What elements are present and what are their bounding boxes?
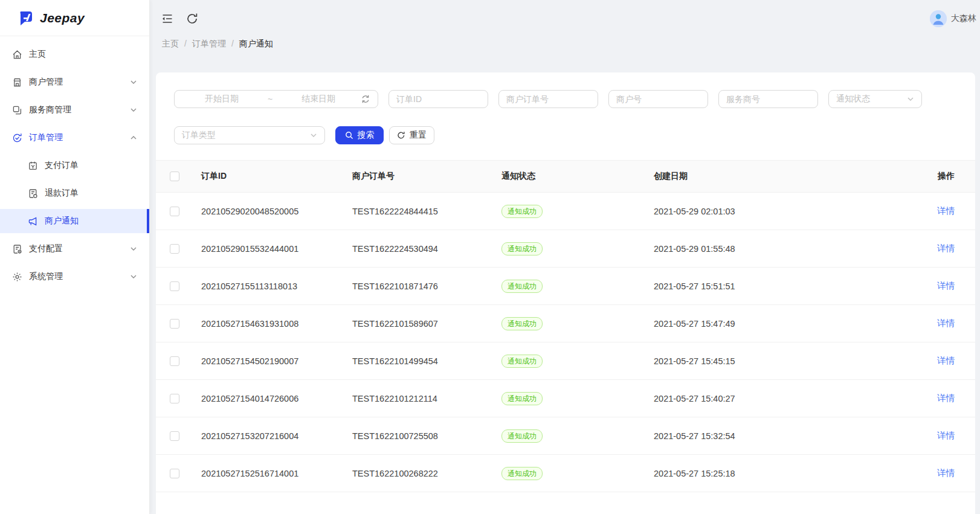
breadcrumb-item-home[interactable]: 主页 <box>162 39 179 50</box>
table-row: 20210527154631931008 TEST1622101589607 通… <box>156 305 975 342</box>
mch-order-no-field[interactable] <box>498 90 598 108</box>
header-ops: 操作 <box>903 161 975 193</box>
order-id-input[interactable] <box>389 91 488 108</box>
header-created: 创建日期 <box>646 161 903 193</box>
table-row: 20210527154502190007 TEST1622101499454 通… <box>156 342 975 380</box>
cell-mch-order-no: TEST1622101589607 <box>344 305 494 342</box>
setting-icon <box>12 272 22 282</box>
sidebar-item-pay-config[interactable]: 支付配置 <box>0 237 149 261</box>
detail-link[interactable]: 详情 <box>937 393 955 403</box>
cell-mch-order-no: TEST1622101871476 <box>344 268 494 305</box>
row-checkbox[interactable] <box>170 244 179 254</box>
cell-mch-order-no: TEST1622101212114 <box>344 380 494 417</box>
table-row: 20210529015532444001 TEST1622224530494 通… <box>156 230 975 268</box>
cluster-icon <box>12 105 22 115</box>
content-card: 开始日期 ~ 结束日期 通知状态 <box>156 72 975 514</box>
date-end-input[interactable]: 结束日期 <box>279 94 358 104</box>
sidebar-item-isv-mgmt[interactable]: 服务商管理 <box>0 98 149 122</box>
row-checkbox[interactable] <box>170 431 179 441</box>
header-order-id: 订单ID <box>193 161 344 193</box>
detail-link[interactable]: 详情 <box>937 318 955 328</box>
topbar: 大森林 <box>150 0 980 30</box>
date-start-input[interactable]: 开始日期 <box>182 94 262 104</box>
row-checkbox[interactable] <box>170 319 179 329</box>
sidebar-item-merchant-mgmt[interactable]: 商户管理 <box>0 70 149 94</box>
sidebar-item-home[interactable]: 主页 <box>0 42 149 66</box>
cell-created: 2021-05-27 15:45:15 <box>646 342 903 380</box>
menu-fold-icon[interactable] <box>161 12 174 25</box>
main-area: 大森林 主页 / 订单管理 / 商户通知 开始日期 ~ 结束日期 <box>150 0 980 514</box>
sidebar-item-label: 支付配置 <box>29 243 130 254</box>
detail-link[interactable]: 详情 <box>937 431 955 440</box>
cell-created: 2021-05-27 15:47:49 <box>646 305 903 342</box>
pay-config-icon <box>12 244 22 254</box>
header-state: 通知状态 <box>494 161 646 193</box>
row-checkbox[interactable] <box>170 469 179 478</box>
detail-link[interactable]: 详情 <box>937 206 955 216</box>
home-icon <box>12 50 22 60</box>
status-badge: 通知成功 <box>501 317 543 330</box>
transaction-icon <box>12 133 22 143</box>
cell-order-id: 20210529015532444001 <box>193 230 344 268</box>
sidebar-item-merchant-notify[interactable]: 商户通知 <box>0 209 149 233</box>
sidebar-item-label: 商户通知 <box>45 216 137 226</box>
detail-link[interactable]: 详情 <box>937 243 955 253</box>
date-range-picker[interactable]: 开始日期 ~ 结束日期 <box>174 90 378 108</box>
sidebar-item-label: 商户管理 <box>29 77 130 88</box>
sidebar-item-label: 退款订单 <box>45 188 137 199</box>
swap-icon <box>361 94 370 104</box>
row-checkbox[interactable] <box>170 207 179 216</box>
jeepay-logo-icon <box>18 10 34 26</box>
row-checkbox[interactable] <box>170 281 179 291</box>
mch-order-no-input[interactable] <box>499 91 598 108</box>
row-checkbox[interactable] <box>170 356 179 366</box>
table-body: 20210529020048520005 TEST1622224844415 通… <box>156 193 975 492</box>
cell-mch-order-no: TEST1622224530494 <box>344 230 494 268</box>
breadcrumb-separator: / <box>184 39 187 50</box>
sidebar-menu: 主页 商户管理 服务商管理 订单管理 支付订单 退款订单 商户通知 <box>0 36 149 289</box>
table-header: 订单ID 商户订单号 通知状态 创建日期 操作 <box>156 161 975 193</box>
sidebar-item-label: 订单管理 <box>29 132 130 143</box>
isv-no-field[interactable] <box>718 90 818 108</box>
cell-order-id: 20210529020048520005 <box>193 193 344 230</box>
mch-no-field[interactable] <box>608 90 708 108</box>
notify-state-select[interactable]: 通知状态 <box>828 90 922 108</box>
cell-created: 2021-05-27 15:25:18 <box>646 455 903 492</box>
reload-icon <box>397 131 405 140</box>
cell-order-id: 20210527153207216004 <box>193 417 344 455</box>
order-id-field[interactable] <box>388 90 488 108</box>
cell-created: 2021-05-27 15:51:51 <box>646 268 903 305</box>
row-checkbox[interactable] <box>170 394 179 403</box>
notify-state-value: 通知状态 <box>836 94 870 104</box>
refresh-icon[interactable] <box>185 12 199 25</box>
select-all-checkbox[interactable] <box>170 172 179 181</box>
detail-link[interactable]: 详情 <box>937 356 955 365</box>
user-menu[interactable]: 大森林 <box>930 10 978 27</box>
chevron-down-icon <box>130 245 137 252</box>
detail-link[interactable]: 详情 <box>937 468 955 478</box>
status-badge: 通知成功 <box>501 242 543 255</box>
search-button[interactable]: 搜索 <box>335 126 384 144</box>
status-badge: 通知成功 <box>501 205 543 218</box>
sidebar-item-system-mgmt[interactable]: 系统管理 <box>0 265 149 289</box>
breadcrumb-item-current: 商户通知 <box>239 39 273 50</box>
reset-button[interactable]: 重置 <box>389 126 434 144</box>
status-badge: 通知成功 <box>501 429 543 443</box>
table-row: 20210529020048520005 TEST1622224844415 通… <box>156 193 975 230</box>
sidebar-item-pay-order[interactable]: 支付订单 <box>0 153 149 178</box>
sidebar-item-refund-order[interactable]: 退款订单 <box>0 181 149 205</box>
isv-no-input[interactable] <box>719 91 817 108</box>
detail-link[interactable]: 详情 <box>937 281 955 291</box>
sidebar-item-order-mgmt[interactable]: 订单管理 <box>0 126 149 150</box>
status-badge: 通知成功 <box>501 392 543 405</box>
order-type-select[interactable]: 订单类型 <box>174 126 325 144</box>
notify-icon <box>28 216 38 226</box>
cell-order-id: 20210527155113118013 <box>193 268 344 305</box>
search-icon <box>345 131 353 140</box>
mch-no-input[interactable] <box>609 91 708 108</box>
date-separator: ~ <box>264 94 276 104</box>
reset-button-label: 重置 <box>410 130 427 141</box>
sidebar-item-label: 服务商管理 <box>29 104 130 115</box>
brand-logo[interactable]: Jeepay <box>0 0 149 36</box>
breadcrumb-item-order-mgmt[interactable]: 订单管理 <box>192 39 226 50</box>
